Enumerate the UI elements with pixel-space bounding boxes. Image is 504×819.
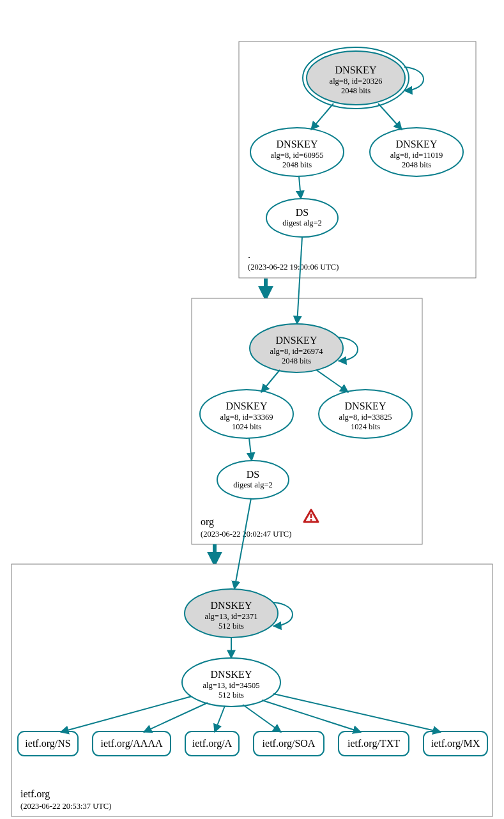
zone-org-timestamp: (2023-06-22 20:02:47 UTC) [201, 530, 291, 539]
zone-root: . (2023-06-22 19:00:06 UTC) DNSKEY alg=8… [239, 42, 476, 278]
org-ksk-title: DNSKEY [276, 335, 317, 346]
node-root-ds: DS digest alg=2 [266, 199, 338, 237]
root-ds-alg: digest alg=2 [282, 218, 322, 227]
ietf-ksk-title: DNSKEY [211, 600, 252, 611]
rr-soa: ietf.org/SOA [254, 731, 324, 756]
root-zsk1-alg: alg=8, id=60955 [271, 151, 324, 160]
root-ksk-alg: alg=8, id=20326 [330, 77, 383, 86]
ietf-zsk-title: DNSKEY [211, 669, 252, 680]
root-zsk1-bits: 2048 bits [282, 160, 312, 169]
org-ksk-bits: 2048 bits [282, 356, 311, 365]
node-root-ksk: DNSKEY alg=8, id=20326 2048 bits [303, 47, 409, 109]
rr-mx: ietf.org/MX [424, 731, 487, 756]
root-zsk1-title: DNSKEY [277, 139, 318, 149]
rr-txt-label: ietf.org/TXT [347, 738, 400, 749]
org-ds-alg: digest alg=2 [233, 480, 273, 489]
root-ds-title: DS [296, 207, 309, 218]
ietf-zsk-bits: 512 bits [218, 691, 244, 700]
org-zsk2-bits: 1024 bits [351, 422, 380, 431]
zone-ietf-name: ietf.org [20, 788, 50, 800]
zone-ietf-timestamp: (2023-06-22 20:53:37 UTC) [20, 802, 111, 811]
zone-org-name: org [201, 516, 214, 528]
zone-ietf: ietf.org (2023-06-22 20:53:37 UTC) DNSKE… [11, 498, 493, 816]
rr-a: ietf.org/A [185, 731, 239, 756]
org-zsk2-title: DNSKEY [345, 401, 386, 411]
dnssec-diagram: . (2023-06-22 19:00:06 UTC) DNSKEY alg=8… [0, 0, 504, 819]
org-ds-title: DS [247, 469, 259, 480]
zone-org: org (2023-06-22 20:02:47 UTC) DNSKEY alg… [192, 237, 422, 544]
ietf-ksk-bits: 512 bits [218, 622, 244, 631]
root-zsk2-bits: 2048 bits [402, 160, 431, 169]
org-zsk1-title: DNSKEY [226, 401, 268, 411]
svg-point-10 [217, 461, 289, 499]
root-zsk2-title: DNSKEY [396, 139, 438, 149]
zone-root-name: . [248, 249, 250, 260]
org-ksk-alg: alg=8, id=26974 [270, 347, 324, 356]
rr-a-label: ietf.org/A [192, 738, 233, 749]
ietf-ksk-alg: alg=13, id=2371 [205, 612, 258, 621]
node-org-zsk1: DNSKEY alg=8, id=33369 1024 bits [200, 390, 293, 438]
svg-rect-6 [310, 519, 312, 521]
node-root-zsk1: DNSKEY alg=8, id=60955 2048 bits [250, 128, 344, 176]
ietf-zsk-alg: alg=13, id=34505 [202, 681, 259, 690]
rr-soa-label: ietf.org/SOA [263, 738, 316, 749]
node-org-ksk: DNSKEY alg=8, id=26974 2048 bits [250, 324, 343, 372]
org-zsk2-alg: alg=8, id=33825 [339, 413, 392, 422]
zone-root-timestamp: (2023-06-22 19:00:06 UTC) [248, 263, 339, 272]
svg-rect-5 [310, 514, 312, 518]
svg-point-4 [266, 199, 338, 237]
node-org-ds: DS digest alg=2 [217, 461, 289, 499]
node-root-zsk2: DNSKEY alg=8, id=11019 2048 bits [370, 128, 463, 176]
root-zsk2-alg: alg=8, id=11019 [390, 151, 443, 160]
org-zsk1-alg: alg=8, id=33369 [220, 413, 273, 422]
node-org-zsk2: DNSKEY alg=8, id=33825 1024 bits [319, 390, 412, 438]
node-ietf-zsk: DNSKEY alg=13, id=34505 512 bits [182, 658, 280, 707]
node-ietf-ksk: DNSKEY alg=13, id=2371 512 bits [185, 589, 278, 638]
rr-ns: ietf.org/NS [18, 731, 78, 756]
rr-aaaa: ietf.org/AAAA [93, 731, 171, 756]
rr-txt: ietf.org/TXT [339, 731, 409, 756]
root-ksk-bits: 2048 bits [341, 86, 370, 95]
org-zsk1-bits: 1024 bits [232, 422, 261, 431]
rr-aaaa-label: ietf.org/AAAA [100, 738, 162, 749]
rr-mx-label: ietf.org/MX [431, 738, 480, 749]
rr-ns-label: ietf.org/NS [25, 738, 70, 749]
root-ksk-title: DNSKEY [335, 65, 377, 75]
